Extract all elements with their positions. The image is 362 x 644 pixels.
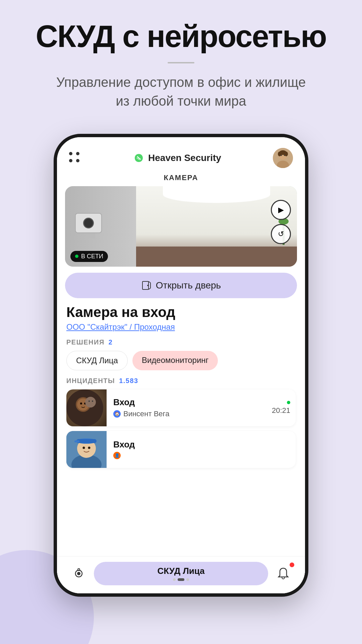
svg-point-31 [77, 572, 80, 575]
brand-name: Heaven Security [148, 153, 221, 163]
solutions-row: СКУД Лица Видеомониторинг [66, 351, 296, 370]
camera-nav-icon [71, 566, 86, 581]
camera-title: Камера на вход [66, 304, 296, 320]
brand-logo-icon [133, 152, 145, 164]
solutions-count: 2 [109, 338, 113, 346]
svg-point-17 [80, 402, 82, 405]
menu-button[interactable] [69, 152, 81, 164]
refresh-button[interactable]: ↺ [271, 224, 291, 244]
page-headline: СКУД с нейросетью [20, 20, 342, 53]
online-badge: В СЕТИ [70, 251, 108, 262]
incident-info-2: Вход 👤 [107, 434, 296, 465]
nav-dot-3 [186, 578, 189, 581]
svg-point-8 [285, 152, 288, 156]
dot [76, 152, 79, 155]
top-bar: Heaven Security [57, 137, 305, 173]
incident-card-2[interactable]: Вход 👤 [66, 431, 296, 468]
svg-point-20 [88, 400, 90, 402]
camera-feed: ▶ ↺ В СЕТИ [65, 186, 297, 267]
person-icon: 🏠 [113, 410, 121, 418]
notifications-button[interactable] [272, 562, 295, 585]
svg-point-13 [147, 285, 148, 286]
online-indicator [75, 255, 78, 258]
notification-badge [290, 562, 294, 567]
phone-content: Heaven Security [57, 137, 305, 593]
cam-body [75, 213, 102, 233]
avatar-image [273, 148, 293, 168]
cam-mount [88, 233, 95, 238]
divider [168, 62, 194, 63]
solutions-label: РЕШЕНИЯ 2 [66, 338, 296, 346]
incident-thumb-2 [66, 431, 107, 468]
incident-person-2: 👤 [113, 452, 289, 459]
svg-point-32 [78, 569, 80, 571]
door-icon [141, 280, 152, 291]
main-nav-button[interactable]: СКУД Лица [94, 562, 268, 585]
svg-point-21 [92, 400, 93, 402]
incident-type-2: Вход [113, 439, 289, 450]
dot [76, 159, 79, 162]
bottom-nav: СКУД Лица [57, 556, 305, 593]
location-link[interactable]: ООО "Скайтрэк" / Проходная [66, 322, 296, 332]
phone-wrapper: Heaven Security [0, 134, 362, 597]
top-section: СКУД с нейросетью Управление доступом в … [0, 0, 362, 120]
brand: Heaven Security [133, 152, 221, 164]
incident-time-1: 20:21 [272, 401, 290, 415]
camera-nav-button[interactable] [67, 562, 90, 585]
svg-point-28 [83, 446, 85, 449]
incident-info-1: Вход 🏠 Винсент Вега [107, 392, 272, 424]
svg-point-19 [85, 397, 96, 408]
svg-rect-26 [76, 439, 97, 443]
hallway-floor [136, 247, 297, 267]
incident-type-1: Вход [113, 397, 265, 408]
svg-rect-27 [74, 440, 79, 442]
svg-point-7 [278, 152, 281, 156]
nav-pagination [173, 578, 189, 581]
open-door-button[interactable]: Открыть дверь [65, 273, 297, 298]
incident-person-1: 🏠 Винсент Вега [113, 410, 265, 418]
phone-frame: Heaven Security [54, 134, 308, 597]
main-nav-label: СКУД Лица [158, 566, 205, 576]
nav-dot-1 [173, 578, 176, 581]
camera-section-label: КАМЕРА [57, 173, 305, 182]
incidents-label: ИНЦИДЕНТЫ 1.583 [66, 377, 296, 385]
solution-chip-skud[interactable]: СКУД Лица [66, 351, 128, 370]
svg-point-29 [88, 446, 90, 449]
solutions-section: РЕШЕНИЯ 2 СКУД Лица Видеомониторинг [57, 332, 305, 370]
hallway-ceiling [163, 186, 270, 203]
avatar[interactable] [273, 148, 293, 168]
camera-device-illustration [75, 213, 109, 240]
open-door-label: Открыть дверь [156, 280, 221, 291]
incident-card-1[interactable]: Вход 🏠 Винсент Вега 20:21 [66, 389, 296, 426]
play-button[interactable]: ▶ [271, 200, 291, 220]
incident-thumb-1 [66, 389, 107, 426]
dot [69, 159, 72, 162]
person-icon-2: 👤 [113, 452, 121, 459]
time-online-dot [287, 401, 290, 404]
page-subtitle: Управление доступом в офис и жилищеиз лю… [20, 73, 342, 110]
camera-controls: ▶ ↺ [271, 200, 291, 244]
bell-icon [276, 566, 291, 581]
info-section: Камера на вход ООО "Скайтрэк" / Проходна… [57, 304, 305, 332]
nav-dot-2 [178, 578, 184, 581]
solution-chip-video[interactable]: Видеомониторинг [132, 351, 218, 370]
dot [69, 152, 72, 155]
incidents-count: 1.583 [119, 377, 138, 385]
incidents-section: ИНЦИДЕНТЫ 1.583 [57, 370, 305, 556]
online-text: В СЕТИ [81, 253, 103, 260]
cam-lens [83, 218, 94, 228]
